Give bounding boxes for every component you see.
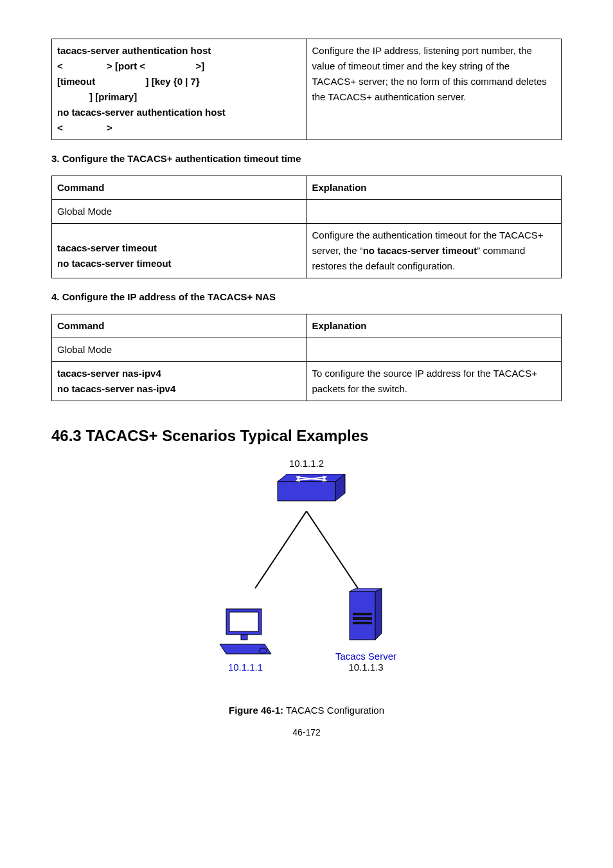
cmd-l2c: >] <box>195 60 204 71</box>
cmd-l2b: > [port < <box>107 60 145 71</box>
cmd-l1: tacacs-server authentication host <box>57 45 211 56</box>
svg-marker-0 <box>278 474 345 482</box>
cell-expl: To configure the source IP address for t… <box>306 362 562 401</box>
table-auth-host: tacacs-server authentication host < > [p… <box>51 39 562 140</box>
th-cmd: Command <box>52 314 307 338</box>
cell-expl: Configure the authentication timeout for… <box>306 224 562 278</box>
cmd2: no tacacs-server nas-ipv4 <box>57 381 301 397</box>
figure-caption: Figure 46-1: TACACS Configuration <box>51 705 562 716</box>
svg-rect-20 <box>353 617 372 620</box>
table-timeout: Command Explanation Global Mode tacacs-s… <box>51 176 562 278</box>
svg-rect-1 <box>278 482 335 501</box>
th-expl: Explanation <box>306 176 562 200</box>
cmd-l6b: > <box>107 122 112 133</box>
svg-point-15 <box>259 648 267 653</box>
cell-cmd: tacacs-server nas-ipv4 no tacacs-server … <box>52 362 307 401</box>
diagram: 10.1.1.2 <box>51 458 562 673</box>
label-right: Tacacs Server <box>335 651 396 662</box>
pc-icon <box>217 606 274 657</box>
svg-line-10 <box>306 511 358 588</box>
cell-cmd: tacacs-server timeout no tacacs-server t… <box>52 224 307 278</box>
cell-expl: Configure the IP address, listening port… <box>306 39 562 140</box>
th-cmd: Command <box>52 176 307 200</box>
cmd-l3a: [timeout <box>57 76 95 87</box>
cell-cmd: tacacs-server authentication host < > [p… <box>52 39 307 140</box>
cell-mode: Global Mode <box>52 200 307 224</box>
svg-rect-21 <box>353 622 372 624</box>
cmd-l6a: < <box>57 122 63 133</box>
svg-rect-12 <box>229 612 258 631</box>
cmd-l3b: ] [key {0 | 7} <box>146 76 200 87</box>
label-left: 10.1.1.1 <box>217 662 274 673</box>
switch-icon <box>265 474 348 509</box>
table-nas: Command Explanation Global Mode tacacs-s… <box>51 314 562 401</box>
cmd-l2a: < <box>57 60 63 71</box>
cmd-l5: no tacacs-server authentication host <box>57 107 226 118</box>
section-heading: 46.3 TACACS+ Scenarios Typical Examples <box>51 427 562 445</box>
cmd1: tacacs-server nas-ipv4 <box>57 366 301 381</box>
th-expl: Explanation <box>306 314 562 338</box>
figure-title: TACACS Configuration <box>283 705 384 716</box>
ip-right: 10.1.1.3 <box>335 662 396 673</box>
cmd1: tacacs-server timeout <box>57 240 301 256</box>
svg-rect-19 <box>353 613 372 615</box>
device-left: 10.1.1.1 <box>217 606 274 673</box>
server-icon <box>343 588 388 646</box>
figure-num: Figure 46-1: <box>229 705 283 716</box>
cell-mode: Global Mode <box>52 338 307 362</box>
heading-sec3: 3. Configure the TACACS+ authentication … <box>51 153 562 164</box>
svg-rect-16 <box>350 592 375 640</box>
svg-rect-13 <box>241 635 247 640</box>
device-right: Tacacs Server 10.1.1.3 <box>335 588 396 673</box>
expl-text: Configure the IP address, listening port… <box>312 45 547 102</box>
page-number: 46-172 <box>51 727 562 737</box>
expl-b: no tacacs-server timeout <box>363 245 477 256</box>
svg-line-9 <box>255 511 306 588</box>
connection-lines <box>223 511 390 595</box>
svg-marker-17 <box>375 588 382 640</box>
cmd-l4: ] [primary] <box>89 91 137 102</box>
ip-top: 10.1.1.2 <box>217 458 396 469</box>
cell-mode-empty <box>306 338 562 362</box>
cmd2: no tacacs-server timeout <box>57 256 301 271</box>
heading-sec4: 4. Configure the IP address of the TACAC… <box>51 291 562 302</box>
cell-mode-empty <box>306 200 562 224</box>
